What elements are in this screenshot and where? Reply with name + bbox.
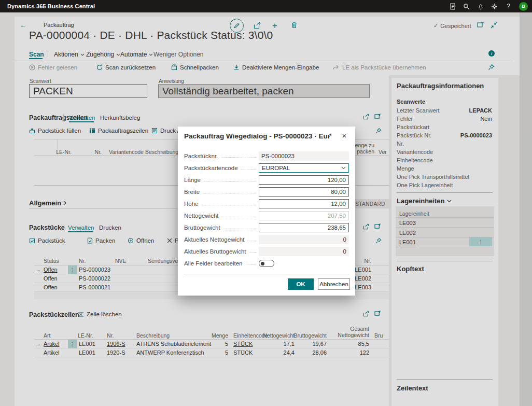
dialog-field-hoehe: Höhe 12,00 xyxy=(184,199,349,208)
nettogewicht-field: 207,50 xyxy=(259,211,349,220)
packstueckartencode-combobox[interactable]: EUROPAL xyxy=(259,163,349,173)
dialog-field-nettogewicht: Nettogewicht 207,50 xyxy=(184,211,349,220)
top-navbar: Dynamics 365 Business Central ? B xyxy=(0,0,532,12)
user-avatar[interactable]: B xyxy=(519,2,528,11)
bruttogewicht-input[interactable]: 238,65 xyxy=(259,223,349,232)
close-icon[interactable]: × xyxy=(340,131,349,140)
laenge-input[interactable]: 120,00 xyxy=(259,175,349,185)
aktuelles-nettogewicht-field: 0 xyxy=(259,235,349,244)
settings-gear-icon[interactable] xyxy=(491,3,498,10)
expand-dialog-icon[interactable] xyxy=(325,131,334,140)
dialog-field-aktuelles-bruttogewicht: Aktuelles Bruttogewicht 0 xyxy=(184,247,349,256)
dialog-title: Packauftrag Wiegedialog - PS-0000023 · E… xyxy=(184,132,329,140)
dialog-field-bruttogewicht: Bruttogewicht 238,65 xyxy=(184,223,349,232)
dialog-field-packstueckartencode: Packstückartencode EUROPAL xyxy=(184,163,349,173)
aktuelles-bruttogewicht-field: 0 xyxy=(259,247,349,256)
ok-button[interactable]: OK xyxy=(288,278,314,290)
hoehe-input[interactable]: 12,00 xyxy=(259,199,349,208)
dialog-field-breite: Breite 80,00 xyxy=(184,187,349,197)
breite-input[interactable]: 80,00 xyxy=(259,187,349,197)
app-window: Dynamics 365 Business Central ? B ← Pack… xyxy=(0,0,532,406)
chevron-down-icon xyxy=(341,166,346,170)
help-icon[interactable]: ? xyxy=(505,3,512,10)
wiegedialog: Packauftrag Wiegedialog - PS-0000023 · E… xyxy=(178,127,355,296)
search-icon[interactable] xyxy=(463,3,470,10)
dialog-divider xyxy=(184,274,349,274)
dynamics-apps-icon[interactable] xyxy=(449,3,456,10)
app-title: Dynamics 365 Business Central xyxy=(7,3,95,9)
dialog-field-alle-felder-bearbeiten: Alle Felder bearbeiten xyxy=(184,259,349,268)
dialog-field-laenge: Länge 120,00 xyxy=(184,175,349,185)
alle-felder-toggle[interactable] xyxy=(259,260,274,267)
dialog-field-packstuecknr: Packstücknr. PS-0000023 xyxy=(184,151,349,161)
abbrechen-button[interactable]: Abbrechen xyxy=(318,278,350,290)
notifications-bell-icon[interactable] xyxy=(477,3,484,10)
dialog-field-aktuelles-nettogewicht: Aktuelles Nettogewicht 0 xyxy=(184,235,349,244)
packstuecknr-field: PS-0000023 xyxy=(259,151,349,161)
